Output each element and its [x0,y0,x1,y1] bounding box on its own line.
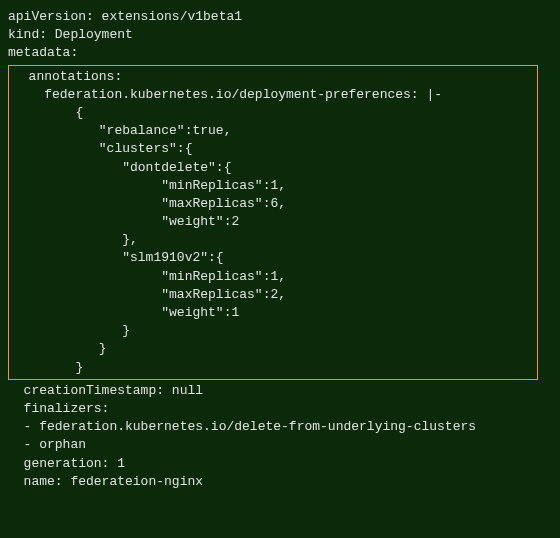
yaml-json-dontdelete-close: }, [13,231,533,249]
yaml-line-metadata: metadata: [8,44,552,62]
yaml-finalizer-2: - orphan [8,436,552,454]
yaml-generation: generation: 1 [8,455,552,473]
yaml-finalizer-1: - federation.kubernetes.io/delete-from-u… [8,418,552,436]
yaml-json-brace-close: } [13,359,533,377]
yaml-line-kind: kind: Deployment [8,26,552,44]
yaml-creation-timestamp: creationTimestamp: null [8,382,552,400]
yaml-json-clusters-open: "clusters":{ [13,140,533,158]
yaml-annotations-header: annotations: [13,68,533,86]
yaml-json-brace-open: { [13,104,533,122]
yaml-json-slm-maxreplicas: "maxReplicas":2, [13,286,533,304]
yaml-json-dontdelete-maxreplicas: "maxReplicas":6, [13,195,533,213]
yaml-name: name: federateion-nginx [8,473,552,491]
yaml-json-slm-close: } [13,322,533,340]
yaml-json-clusters-close: } [13,340,533,358]
yaml-json-slm-open: "slm1910v2":{ [13,249,533,267]
yaml-deployment-preferences-key: federation.kubernetes.io/deployment-pref… [13,86,533,104]
yaml-json-dontdelete-minreplicas: "minReplicas":1, [13,177,533,195]
yaml-line-apiversion: apiVersion: extensions/v1beta1 [8,8,552,26]
yaml-json-dontdelete-open: "dontdelete":{ [13,159,533,177]
yaml-finalizers: finalizers: [8,400,552,418]
yaml-json-slm-minreplicas: "minReplicas":1, [13,268,533,286]
yaml-json-slm-weight: "weight":1 [13,304,533,322]
annotations-highlight-box: annotations: federation.kubernetes.io/de… [8,65,538,380]
yaml-json-dontdelete-weight: "weight":2 [13,213,533,231]
yaml-json-rebalance: "rebalance":true, [13,122,533,140]
